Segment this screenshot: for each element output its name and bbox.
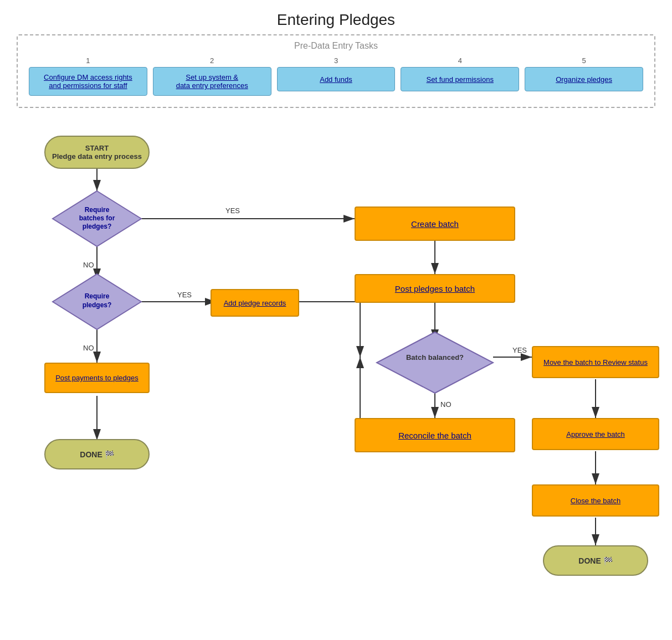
- svg-text:NO: NO: [83, 261, 94, 269]
- create-batch-rect[interactable]: Create batch: [355, 207, 515, 241]
- done-label-2: DONE 🏁: [578, 556, 612, 565]
- done-oval-1: DONE 🏁: [44, 439, 150, 469]
- reconcile-rect[interactable]: Reconcile the batch: [355, 418, 515, 452]
- diamond2-svg: Require pledges?: [53, 274, 141, 329]
- task-item-4: 4 Set fund permissions: [401, 56, 519, 91]
- start-oval: STARTPledge data entry process: [44, 136, 150, 169]
- diamond2-container: Require pledges?: [55, 274, 138, 329]
- move-batch-label: Move the batch to Review status: [543, 358, 648, 367]
- task-box-3[interactable]: Add funds: [277, 67, 396, 91]
- close-rect[interactable]: Close the batch: [532, 484, 659, 517]
- create-batch-label: Create batch: [411, 219, 459, 229]
- task-number-3: 3: [334, 56, 338, 65]
- task-box-2[interactable]: Set up system &data entry preferences: [153, 67, 271, 96]
- diamond3-svg: Batch balanced?: [377, 332, 493, 393]
- diamond1-svg: Require batches for pledges?: [53, 191, 141, 246]
- page: Entering Pledges Pre-Data Entry Tasks 1 …: [0, 0, 672, 640]
- add-pledge-records-rect[interactable]: Add pledge records: [211, 289, 299, 317]
- task-item-5: 5 Organize pledges: [525, 56, 643, 91]
- svg-text:pledges?: pledges?: [83, 301, 112, 309]
- svg-text:Batch balanced?: Batch balanced?: [406, 353, 464, 362]
- done-label-1: DONE 🏁: [80, 450, 114, 459]
- flowchart-container: YES NO YES NO YES NO: [11, 125, 661, 579]
- approve-label: Approve the batch: [566, 430, 625, 438]
- svg-text:NO: NO: [83, 344, 94, 352]
- pre-data-label: Pre-Data Entry Tasks: [29, 41, 643, 51]
- task-number-1: 1: [86, 56, 90, 65]
- svg-text:Require: Require: [85, 292, 110, 300]
- task-box-1[interactable]: Configure DM access rightsand permission…: [29, 67, 147, 96]
- svg-marker-31: [377, 332, 493, 393]
- diamond3-container: Batch balanced?: [377, 332, 493, 393]
- pre-data-tasks: 1 Configure DM access rightsand permissi…: [29, 56, 643, 96]
- post-pledges-rect[interactable]: Post pledges to batch: [355, 274, 515, 303]
- task-item-2: 2 Set up system &data entry preferences: [153, 56, 271, 96]
- close-label: Close the batch: [571, 497, 620, 505]
- task-number-2: 2: [210, 56, 214, 65]
- pre-data-section: Pre-Data Entry Tasks 1 Configure DM acce…: [17, 34, 655, 108]
- add-pledge-label: Add pledge records: [224, 299, 286, 307]
- svg-text:NO: NO: [440, 400, 452, 409]
- task-number-4: 4: [458, 56, 462, 65]
- svg-text:pledges?: pledges?: [83, 223, 112, 230]
- done-oval-2: DONE 🏁: [543, 545, 648, 576]
- post-payments-rect[interactable]: Post payments to pledges: [44, 363, 150, 393]
- move-batch-rect[interactable]: Move the batch to Review status: [532, 346, 659, 378]
- diamond1-container: Require batches for pledges?: [55, 191, 138, 246]
- svg-text:YES: YES: [177, 291, 192, 299]
- start-label: STARTPledge data entry process: [52, 144, 142, 161]
- task-number-5: 5: [582, 56, 586, 65]
- svg-text:YES: YES: [225, 207, 240, 215]
- task-item-3: 3 Add funds: [277, 56, 396, 91]
- task-box-4[interactable]: Set fund permissions: [401, 67, 519, 91]
- svg-text:YES: YES: [512, 346, 527, 354]
- page-title: Entering Pledges: [11, 11, 661, 29]
- reconcile-label: Reconcile the batch: [398, 431, 471, 440]
- svg-text:batches for: batches for: [79, 214, 115, 222]
- post-pledges-label: Post pledges to batch: [395, 284, 475, 293]
- task-box-5[interactable]: Organize pledges: [525, 67, 643, 91]
- task-item-1: 1 Configure DM access rightsand permissi…: [29, 56, 147, 96]
- approve-rect[interactable]: Approve the batch: [532, 418, 659, 450]
- post-payments-label: Post payments to pledges: [55, 374, 138, 382]
- svg-text:Require: Require: [85, 206, 110, 214]
